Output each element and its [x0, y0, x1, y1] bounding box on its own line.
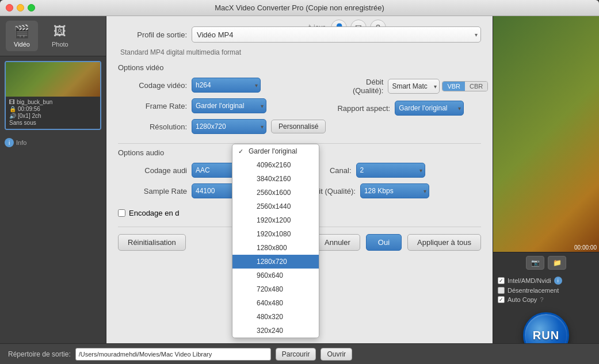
autocopy-checkbox[interactable]: ✓ — [498, 296, 505, 303]
preview-video: 00:00:00 — [493, 16, 599, 252]
resolution-option[interactable]: 960x640 — [232, 269, 319, 282]
ok-button[interactable]: Oui — [366, 234, 402, 251]
tab-photo[interactable]: 🖼 Photo — [44, 21, 77, 51]
codec-label: Codage vidéo: — [118, 81, 187, 90]
tab-video[interactable]: 🎬 Vidéo — [6, 21, 38, 51]
resolution-option[interactable]: 2560x1600 — [232, 186, 319, 200]
reset-button[interactable]: Réinitialisation — [118, 234, 186, 251]
intel-info-icon[interactable]: i — [554, 277, 562, 285]
bottom-bar: Répertoire de sortie: Parcourir Ouvrir — [0, 343, 599, 364]
resolution-select[interactable]: 1280x720 — [192, 119, 266, 134]
personalise-button[interactable]: Personnalisé — [271, 120, 326, 133]
resolution-option[interactable]: 1280x720 — [232, 255, 319, 269]
subtitle-row: Sans sous — [9, 120, 97, 126]
info-icon: i — [5, 138, 14, 147]
film-icon: 🎞 — [9, 99, 15, 105]
audio-col-right: Canal: 2 Débit (Qualité): 128 Kbps — [306, 163, 482, 204]
resolution-option[interactable]: 480x320 — [232, 310, 319, 324]
framerate-label: Frame Rate: — [118, 102, 187, 110]
resolution-option[interactable]: 4096x2160 — [232, 158, 319, 172]
option-autocopy: ✓ Auto Copy ? — [498, 296, 594, 303]
option-intel: ✓ Intel/AMD/Nvidi i — [498, 277, 594, 285]
aspect-row: Rapport aspect: Garder l'original — [337, 101, 488, 116]
audio-icon: 🔊 — [9, 113, 16, 119]
video-info: 🎞 big_buck_bun 🔒 00:09:56 🔊 [0x1] 2ch Sa… — [6, 97, 100, 129]
cbr-button[interactable]: CBR — [465, 82, 487, 91]
codec-select[interactable]: h264 — [192, 78, 261, 93]
resolution-label: Résolution: — [118, 122, 187, 131]
resolution-option[interactable]: 1280x800 — [232, 241, 319, 255]
duration-row: 🔒 00:09:56 — [9, 106, 97, 112]
framerate-row: Frame Rate: Garder l'original — [118, 98, 326, 113]
minimize-button[interactable] — [17, 4, 24, 12]
output-label: Répertoire de sortie: — [8, 350, 71, 358]
vbr-button[interactable]: VBR — [442, 82, 465, 91]
autocopy-label: Auto Copy — [508, 296, 537, 303]
browse-button[interactable]: Parcourir — [276, 348, 316, 361]
quality-row: Débit (Qualité): Smart Match VBR CBR — [337, 78, 488, 95]
thumb-overlay — [6, 62, 100, 97]
codec-select-wrapper: h264 — [192, 78, 261, 93]
resolution-option[interactable]: 720x480 — [232, 282, 319, 296]
resolution-option[interactable]: 1920x1080 — [232, 227, 319, 241]
folder-button[interactable]: 📁 — [548, 256, 566, 270]
window-title: MacX Video Converter Pro (Copie non enre… — [215, 3, 384, 12]
deinterlace-checkbox[interactable] — [498, 287, 505, 294]
info-button[interactable]: i Info — [0, 135, 106, 151]
audio-codec-label: Codage audi — [118, 166, 187, 175]
option-deinterlace: Désentrelacement — [498, 287, 594, 294]
resolution-option[interactable]: 640x480 — [232, 296, 319, 310]
cancel-button[interactable]: Annuler — [315, 234, 360, 251]
audio-quality-select[interactable]: 128 Kbps — [360, 183, 429, 198]
clock-icon: 🔒 — [9, 106, 16, 112]
resolution-option[interactable]: 3840x2160 — [232, 172, 319, 186]
framerate-select[interactable]: Garder l'original — [192, 98, 266, 113]
right-preview-area: 00:00:00 — [493, 16, 599, 252]
aspect-select[interactable]: Garder l'original — [395, 101, 464, 116]
format-description: Standard MP4 digital multimedia format — [120, 48, 481, 56]
intel-checkbox[interactable]: ✓ — [498, 277, 505, 284]
audio-row: 🔊 [0x1] 2ch — [9, 113, 97, 119]
apply-button[interactable]: Appliquer à tous — [407, 234, 481, 251]
smart-match-wrapper: Smart Match VBR CBR — [388, 79, 488, 94]
canal-select-wrapper: 2 — [356, 163, 425, 178]
resolution-option[interactable]: 1920x1200 — [232, 213, 319, 227]
right-controls: 📷 📁 — [493, 252, 599, 273]
resolution-select-wrapper: 1280x720 — [192, 119, 266, 134]
encoding-label: Encodage en d — [129, 209, 179, 217]
right-panel: 00:00:00 📷 📁 ✓ Intel/AMD/Nvidi i Désentr… — [493, 16, 599, 364]
profile-row: Profil de sortie: Vidéo MP4 ▾ — [118, 26, 481, 43]
canal-select[interactable]: 2 — [356, 163, 425, 178]
maximize-button[interactable] — [28, 4, 35, 12]
resolution-option[interactable]: 2560x1440 — [232, 200, 319, 213]
sidebar: 🎬 Vidéo 🖼 Photo 🎞 big_buck_bun 🔒 00:09:5… — [0, 16, 106, 364]
resolution-option[interactable]: Garder l'original — [232, 144, 319, 158]
resolution-option[interactable]: 320x240 — [232, 324, 319, 338]
filename-row: 🎞 big_buck_bun — [9, 99, 97, 105]
close-button[interactable] — [6, 4, 13, 12]
traffic-lights — [6, 4, 35, 12]
profile-select-wrapper: Vidéo MP4 ▾ — [192, 26, 481, 43]
smart-match-select-wrapper: Smart Match — [388, 79, 440, 94]
smart-match-select[interactable]: Smart Match — [388, 79, 440, 94]
resolution-row: Résolution: 1280x720 Personnalisé — [118, 119, 326, 134]
options-two-col: Codage vidéo: h264 Frame Rate: Garder l'… — [118, 78, 481, 140]
video-thumbnail — [6, 62, 100, 97]
profile-select[interactable]: Vidéo MP4 — [192, 26, 481, 43]
output-path-input[interactable] — [75, 348, 271, 361]
autocopy-help-icon[interactable]: ? — [540, 296, 543, 303]
vbr-cbr-toggle: VBR CBR — [442, 81, 488, 91]
main-content: à jour 👤 ✉ ? Profil de sortie: Vidéo MP4… — [106, 16, 493, 364]
intel-label: Intel/AMD/Nvidi — [508, 277, 551, 284]
audio-quality-select-wrapper: 128 Kbps — [360, 183, 429, 198]
video-item[interactable]: 🎞 big_buck_bun 🔒 00:09:56 🔊 [0x1] 2ch Sa… — [5, 61, 101, 130]
camera-button[interactable]: 📷 — [526, 256, 544, 270]
timecode: 00:00:00 — [574, 244, 597, 251]
col-right: Débit (Qualité): Smart Match VBR CBR — [337, 78, 488, 140]
titlebar: MacX Video Converter Pro (Copie non enre… — [0, 0, 599, 16]
encoding-checkbox[interactable] — [118, 209, 125, 217]
aspect-label: Rapport aspect: — [337, 104, 390, 113]
aspect-select-wrapper: Garder l'original — [395, 101, 464, 116]
framerate-select-wrapper: Garder l'original — [192, 98, 266, 113]
open-button[interactable]: Ouvrir — [321, 348, 352, 361]
